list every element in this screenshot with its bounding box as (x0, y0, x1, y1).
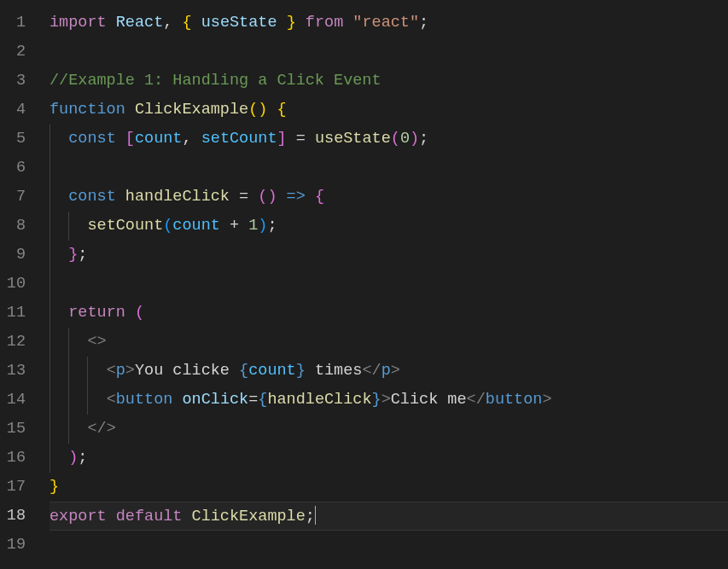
code-line[interactable] (50, 154, 728, 183)
code-line[interactable]: import React, { useState } from "react"; (50, 9, 728, 38)
line-number: 5 (0, 125, 26, 154)
line-number: 16 (0, 444, 26, 473)
code-line[interactable]: ); (50, 444, 728, 473)
line-number: 3 (0, 67, 26, 96)
code-line[interactable]: <button onClick={handleClick}>Click me</… (50, 386, 728, 415)
text-cursor (315, 506, 317, 525)
line-number: 12 (0, 328, 26, 357)
code-area[interactable]: import React, { useState } from "react";… (41, 0, 728, 569)
code-line[interactable]: setCount(count + 1); (50, 212, 728, 241)
code-line[interactable]: const [count, setCount] = useState(0); (50, 125, 728, 154)
code-line[interactable] (50, 38, 728, 67)
code-line[interactable]: <> (50, 328, 728, 357)
line-number: 10 (0, 270, 26, 299)
line-number: 14 (0, 386, 26, 415)
line-number: 18 (0, 502, 26, 531)
line-number: 13 (0, 357, 26, 386)
line-number: 4 (0, 96, 26, 125)
code-editor[interactable]: 1 2 3 4 5 6 7 8 9 10 11 12 13 14 15 16 1… (0, 0, 728, 569)
code-line[interactable]: function ClickExample() { (50, 96, 728, 125)
code-line[interactable]: } (50, 473, 728, 502)
code-line-active[interactable]: export default ClickExample; (50, 502, 728, 531)
code-line[interactable]: //Example 1: Handling a Click Event (50, 67, 728, 96)
line-number-gutter: 1 2 3 4 5 6 7 8 9 10 11 12 13 14 15 16 1… (0, 0, 41, 569)
code-line[interactable]: return ( (50, 299, 728, 328)
code-line[interactable]: const handleClick = () => { (50, 183, 728, 212)
line-number: 11 (0, 299, 26, 328)
code-line[interactable] (50, 270, 728, 299)
line-number: 19 (0, 531, 26, 560)
line-number: 7 (0, 183, 26, 212)
code-line[interactable]: <p>You clicke {count} times</p> (50, 357, 728, 386)
line-number: 2 (0, 38, 26, 67)
code-line[interactable]: }; (50, 241, 728, 270)
code-line[interactable]: </> (50, 415, 728, 444)
line-number: 1 (0, 9, 26, 38)
line-number: 17 (0, 473, 26, 502)
line-number: 15 (0, 415, 26, 444)
line-number: 9 (0, 241, 26, 270)
line-number: 6 (0, 154, 26, 183)
line-number: 8 (0, 212, 26, 241)
code-line[interactable] (50, 531, 728, 560)
